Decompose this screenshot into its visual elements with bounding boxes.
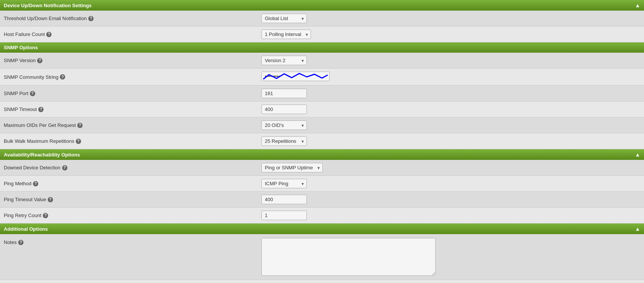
ping-retry-label: Ping Retry Count ? xyxy=(4,213,261,218)
threshold-row: Threshold Up/Down Email Notification ? G… xyxy=(0,11,644,27)
ping-method-select-wrapper: ICMP Ping ▼ xyxy=(261,179,307,188)
availability-section: Availability/Reachability Options ▲ Down… xyxy=(0,149,644,224)
notes-label: Notes ? xyxy=(4,238,261,245)
snmp-timeout-control xyxy=(261,105,640,114)
bulk-walk-help-icon[interactable]: ? xyxy=(76,139,81,144)
notification-title: Device Up/Down Notification Settings xyxy=(4,3,92,8)
notification-collapse-icon[interactable]: ▲ xyxy=(635,2,640,8)
ping-retry-control xyxy=(261,211,640,220)
snmp-port-help-icon[interactable]: ? xyxy=(30,91,35,96)
snmp-community-control xyxy=(261,72,640,82)
snmp-community-row: SNMP Community String ? xyxy=(0,69,644,86)
notes-textarea[interactable] xyxy=(261,238,436,276)
downed-device-control: Ping or SNMP Uptime ▼ xyxy=(261,163,640,172)
downed-device-row: Downed Device Detection ? Ping or SNMP U… xyxy=(0,160,644,176)
ping-method-control: ICMP Ping ▼ xyxy=(261,179,640,188)
host-failure-help-icon[interactable]: ? xyxy=(46,32,52,37)
additional-collapse-icon[interactable]: ▲ xyxy=(635,226,640,232)
host-failure-control: 1 Polling Interval ▼ xyxy=(261,30,640,39)
snmp-version-help-icon[interactable]: ? xyxy=(37,58,42,63)
additional-section: Additional Options ▲ Notes ? External ID… xyxy=(0,224,644,283)
snmp-timeout-label: SNMP Timeout ? xyxy=(4,106,261,112)
snmp-timeout-help-icon[interactable]: ? xyxy=(38,107,44,112)
bulk-walk-label: Bulk Walk Maximum Repetitions ? xyxy=(4,138,261,144)
max-oids-label: Maximum OIDs Per Get Request ? xyxy=(4,122,261,128)
max-oids-select[interactable]: 20 OID's xyxy=(261,120,307,130)
ping-method-label: Ping Method ? xyxy=(4,181,261,186)
bulk-walk-control: 25 Repetitions ▼ xyxy=(261,136,640,146)
availability-collapse-icon[interactable]: ▲ xyxy=(635,152,640,158)
notes-control xyxy=(261,238,640,276)
ping-retry-help-icon[interactable]: ? xyxy=(43,213,48,218)
max-oids-help-icon[interactable]: ? xyxy=(77,123,83,128)
ping-retry-input[interactable] xyxy=(261,211,307,220)
main-wrapper: Device Up/Down Notification Settings ▲ T… xyxy=(0,0,644,283)
ping-timeout-row: Ping Timeout Value ? xyxy=(0,192,644,208)
ping-timeout-help-icon[interactable]: ? xyxy=(48,197,53,202)
notification-section: Device Up/Down Notification Settings ▲ T… xyxy=(0,0,644,42)
downed-device-select[interactable]: Ping or SNMP Uptime xyxy=(261,163,323,172)
snmp-version-row: SNMP Version ? Version 2 ▼ xyxy=(0,53,644,69)
downed-device-label: Downed Device Detection ? xyxy=(4,165,261,170)
threshold-select[interactable]: Global List xyxy=(261,14,307,23)
host-failure-select-wrapper: 1 Polling Interval ▼ xyxy=(261,30,311,39)
snmp-version-select[interactable]: Version 2 xyxy=(261,56,307,65)
snmp-community-input[interactable] xyxy=(261,72,330,81)
ping-timeout-control xyxy=(261,195,640,204)
snmp-timeout-input[interactable] xyxy=(261,105,307,114)
threshold-control: Global List ▼ xyxy=(261,14,640,23)
snmp-timeout-row: SNMP Timeout ? xyxy=(0,102,644,117)
max-oids-row: Maximum OIDs Per Get Request ? 20 OID's … xyxy=(0,117,644,133)
threshold-select-wrapper: Global List ▼ xyxy=(261,14,307,23)
host-failure-row: Host Failure Count ? 1 Polling Interval … xyxy=(0,27,644,42)
ping-method-select[interactable]: ICMP Ping xyxy=(261,179,307,188)
ping-timeout-input[interactable] xyxy=(261,195,307,204)
bulk-walk-select[interactable]: 25 Repetitions xyxy=(261,136,307,146)
snmp-port-row: SNMP Port ? xyxy=(0,86,644,102)
snmp-port-control xyxy=(261,89,640,98)
snmp-community-scribble-wrapper xyxy=(261,72,330,82)
availability-header: Availability/Reachability Options ▲ xyxy=(0,149,644,160)
snmp-version-label: SNMP Version ? xyxy=(4,58,261,63)
additional-header: Additional Options ▲ xyxy=(0,224,644,234)
notification-header: Device Up/Down Notification Settings ▲ xyxy=(0,0,644,11)
availability-title: Availability/Reachability Options xyxy=(4,152,80,158)
snmp-title: SNMP Options xyxy=(4,45,38,50)
additional-title: Additional Options xyxy=(4,226,48,232)
snmp-header: SNMP Options xyxy=(0,42,644,53)
snmp-section: SNMP Options SNMP Version ? Version 2 ▼ … xyxy=(0,42,644,149)
notes-row: Notes ? xyxy=(0,234,644,280)
snmp-port-label: SNMP Port ? xyxy=(4,91,261,96)
downed-device-select-wrapper: Ping or SNMP Uptime ▼ xyxy=(261,163,323,172)
ping-method-help-icon[interactable]: ? xyxy=(33,181,38,186)
snmp-version-select-wrapper: Version 2 ▼ xyxy=(261,56,307,65)
max-oids-select-wrapper: 20 OID's ▼ xyxy=(261,120,307,130)
downed-device-help-icon[interactable]: ? xyxy=(62,165,67,170)
bulk-walk-select-wrapper: 25 Repetitions ▼ xyxy=(261,136,307,146)
external-id-row: External ID ? xyxy=(0,280,644,283)
host-failure-select[interactable]: 1 Polling Interval xyxy=(261,30,311,39)
notes-help-icon[interactable]: ? xyxy=(18,240,23,245)
ping-method-row: Ping Method ? ICMP Ping ▼ xyxy=(0,176,644,192)
ping-timeout-label: Ping Timeout Value ? xyxy=(4,197,261,202)
max-oids-control: 20 OID's ▼ xyxy=(261,120,640,130)
threshold-label: Threshold Up/Down Email Notification ? xyxy=(4,16,261,21)
ping-retry-row: Ping Retry Count ? xyxy=(0,208,644,224)
snmp-community-help-icon[interactable]: ? xyxy=(60,74,65,80)
host-failure-label: Host Failure Count ? xyxy=(4,31,261,37)
snmp-community-label: SNMP Community String ? xyxy=(4,74,261,80)
bulk-walk-row: Bulk Walk Maximum Repetitions ? 25 Repet… xyxy=(0,133,644,149)
snmp-version-control: Version 2 ▼ xyxy=(261,56,640,65)
threshold-help-icon[interactable]: ? xyxy=(88,16,94,21)
snmp-port-input[interactable] xyxy=(261,89,307,98)
